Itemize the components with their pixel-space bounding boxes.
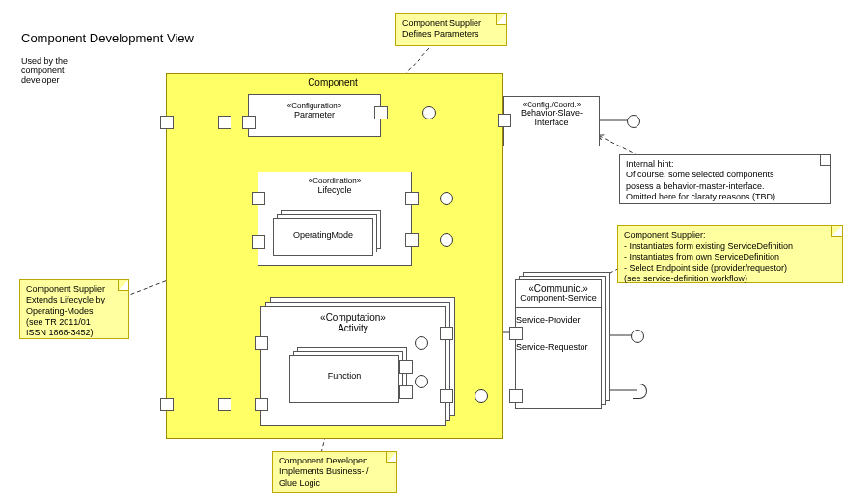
activity-port-right-b <box>440 389 453 403</box>
behavior-interface-name: Behavior-Slave-Interface <box>504 109 599 128</box>
service-port-left-b <box>509 389 523 403</box>
lifecycle-name: Lifecycle <box>258 185 411 195</box>
operating-mode-name: OperatingMode <box>274 230 372 240</box>
lifecycle-port-right-a <box>405 192 419 205</box>
lifecycle-ball-b <box>440 233 453 247</box>
service-ball-right <box>631 330 644 343</box>
component-label: Component <box>289 77 376 88</box>
service-provider-label: Service-Provider <box>516 316 601 326</box>
lifecycle-port-right-b <box>405 233 419 247</box>
activity-port-left-a <box>255 336 268 350</box>
note-developer: Component Developer: Implements Business… <box>272 451 397 493</box>
function-port-a <box>399 360 413 374</box>
function-port-b <box>399 385 413 399</box>
lifecycle-port-left-a <box>252 192 265 205</box>
service-requestor-label: Service-Requestor <box>516 343 601 353</box>
component-service-name: Component-Service <box>516 294 601 304</box>
parameter-port-right <box>374 106 388 119</box>
page-title: Component Development View <box>21 31 194 45</box>
operating-mode-stack: OperatingMode <box>273 210 379 256</box>
page-subtitle: Used by the component developer <box>21 56 89 85</box>
activity-port-left-b <box>255 398 268 411</box>
activity-ball <box>475 389 488 403</box>
note-supplier-service: Component Supplier: - Instantiates form … <box>617 225 843 283</box>
activity-name: Activity <box>261 323 445 333</box>
activity-port-right-a <box>440 327 453 340</box>
lifecycle-port-left-b <box>252 235 265 249</box>
note-defines-parameters: Component Supplier Defines Parameters <box>395 13 507 46</box>
port-left-inner-bottom <box>218 398 231 411</box>
port-left-bottom <box>160 398 174 411</box>
note-extends-lifecycle: Component Supplier Extends Lifecycle by … <box>19 279 129 339</box>
activity-inner-ball-a <box>415 336 428 350</box>
activity-inner-ball-b <box>415 375 428 388</box>
parameter-name: Parameter <box>249 110 380 119</box>
component-service-stack: «Communic.» Component-Service Service-Pr… <box>515 272 610 409</box>
parameter-element: «Configuration» Parameter <box>248 94 381 137</box>
lifecycle-stereotype: «Coordination» <box>258 176 411 185</box>
service-dash: - <box>516 330 601 339</box>
function-stack: Function <box>289 347 405 405</box>
service-port-left-a <box>509 327 523 340</box>
activity-stereotype: «Computation» <box>261 312 445 323</box>
behavior-port-left <box>498 114 511 127</box>
lifecycle-ball-a <box>440 192 453 205</box>
parameter-stereotype: «Configuration» <box>249 101 380 110</box>
diagram-canvas: { "title": "Component Development View",… <box>0 0 868 503</box>
parameter-ball <box>422 106 436 119</box>
service-socket-right <box>633 384 647 399</box>
function-name: Function <box>290 371 398 381</box>
behavior-interface-element: «Config./Coord.» Behavior-Slave-Interfac… <box>503 96 600 146</box>
port-left-top <box>160 116 174 129</box>
behavior-ball-right <box>627 115 640 128</box>
port-left-inner-top <box>218 116 231 129</box>
note-internal-hint: Internal hint: Of course, some selected … <box>619 154 831 204</box>
parameter-port-left <box>242 116 256 129</box>
